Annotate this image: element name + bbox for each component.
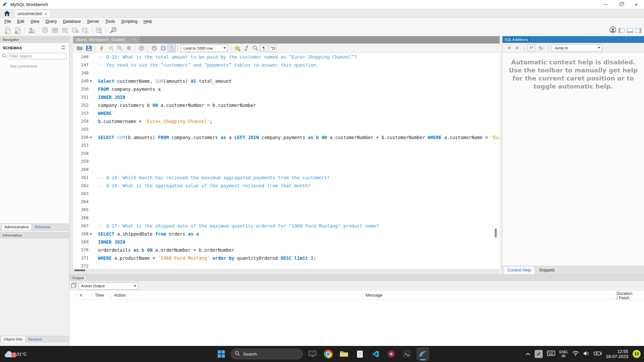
volume-icon[interactable] (583, 351, 589, 357)
tab-administration[interactable]: Administration (1, 224, 32, 230)
code-text: -- Q-15: What is the total amount to be … (93, 53, 357, 61)
notification-count-badge[interactable]: 10 (633, 350, 641, 358)
language-indicator[interactable]: ENG IN (559, 350, 568, 358)
beautify-icon[interactable] (242, 44, 251, 52)
line-number: 264 (73, 198, 89, 206)
editor-tab-close-icon[interactable]: × (134, 38, 136, 42)
code-text: -- Q-16: Which month has recieved the ma… (93, 174, 330, 182)
sql-additions-toolbar: I? I? Jump to (502, 43, 644, 53)
back-icon (505, 44, 513, 52)
refresh-schemas-icon[interactable] (61, 45, 66, 51)
code-line-262: 262-- Q-16: What is the aggregated value… (73, 182, 500, 190)
wrap-text-toggle-icon[interactable] (269, 45, 276, 52)
statement-marker-empty (89, 214, 93, 222)
tab-session[interactable]: Session (25, 336, 45, 343)
output-table-body[interactable] (69, 300, 644, 353)
code-line-267: 267-- Q-17: What is the shipped date of … (73, 222, 500, 230)
mysql-workbench-taskbar-icon[interactable] (417, 347, 429, 361)
horizontal-scrollbar[interactable] (74, 269, 85, 271)
menu-tools[interactable]: Tools (102, 18, 118, 24)
find-icon[interactable] (251, 44, 260, 52)
sql-code-area[interactable]: 246-- Q-15: What is the total amount to … (73, 53, 500, 269)
line-number: 270 (73, 246, 89, 254)
minimize-button[interactable] (598, 0, 613, 9)
open-sql-script-icon[interactable]: SQL (13, 26, 23, 35)
open-file-icon[interactable] (75, 44, 84, 52)
editor-tab-strip: Blank_Workbench_Graded_... × (73, 36, 500, 44)
save-icon[interactable] (84, 44, 93, 52)
show-invisibles-toggle-icon[interactable]: ¶ (260, 45, 267, 52)
chevron-down-icon (134, 285, 137, 287)
wifi-icon[interactable] (572, 351, 579, 357)
menu-help[interactable]: Help (141, 18, 155, 24)
tab-schemas[interactable]: Schemas (32, 224, 53, 230)
toggle-left-panel-icon[interactable] (619, 28, 625, 33)
clock[interactable]: 12:55 18-07-2023 (606, 349, 629, 359)
tab-snippets[interactable]: Snippets (535, 266, 559, 274)
limit-rows-dropdown[interactable]: Limit to 1000 row (181, 45, 228, 52)
output-type-dropdown[interactable]: Action Output (78, 282, 138, 290)
sql-additions-header: SQLAdditions (502, 36, 644, 43)
statement-marker-empty (89, 174, 93, 182)
vscode-icon[interactable] (369, 347, 382, 361)
stop-on-error-toggle-icon[interactable] (137, 44, 146, 52)
filter-objects-input[interactable] (8, 53, 66, 59)
restore-button[interactable] (613, 0, 629, 9)
touch-keyboard-icon[interactable] (547, 351, 555, 357)
execute-current-icon[interactable] (106, 44, 115, 52)
chrome-icon[interactable] (322, 347, 335, 361)
connect-database-icon[interactable] (108, 26, 118, 35)
menu-edit[interactable]: Edit (14, 18, 28, 24)
explain-icon[interactable] (115, 44, 124, 52)
account-icon[interactable] (609, 26, 616, 35)
close-button[interactable]: × (629, 0, 644, 9)
code-text: company.customers b ON a.customerNumber … (93, 101, 256, 109)
battery-icon[interactable] (594, 351, 602, 357)
pen-icon[interactable] (535, 350, 543, 358)
monitor-icon[interactable] (306, 347, 319, 361)
menu-view[interactable]: View (28, 18, 43, 24)
autocommit-toggle-icon[interactable] (168, 45, 176, 52)
code-text: -- Q-17: What is the shipped date of the… (93, 222, 379, 230)
menu-server[interactable]: Server (84, 18, 102, 24)
line-number: 262 (73, 182, 89, 190)
menu-database[interactable]: Database (60, 18, 84, 24)
toggle-right-panel-icon[interactable] (635, 28, 641, 33)
app-circle-icon[interactable] (385, 347, 398, 361)
statement-marker-empty (89, 238, 93, 246)
toggle-automatic-help-icon[interactable]: I? (536, 44, 545, 52)
notepad-icon[interactable] (354, 347, 366, 361)
editor-tab[interactable]: Blank_Workbench_Graded_... × (73, 36, 140, 44)
terminal-icon[interactable] (401, 347, 414, 361)
file-explorer-icon[interactable] (338, 347, 351, 361)
vertical-scrollbar[interactable] (495, 229, 497, 237)
home-tab[interactable] (0, 9, 14, 17)
manual-context-help-icon[interactable]: I? (528, 44, 535, 51)
taskbar-search[interactable]: Search (231, 349, 303, 359)
svg-text:SQL: SQL (16, 28, 20, 31)
menu-query[interactable]: Query (43, 18, 60, 24)
code-text: FROM company.payments a (93, 85, 161, 93)
new-sql-tab-icon[interactable]: SQL (3, 26, 13, 35)
jump-to-dropdown[interactable]: Jump to (552, 44, 602, 52)
tab-object-info[interactable]: Object Info (1, 336, 25, 343)
create-table-icon (50, 26, 60, 35)
weather-widget[interactable]: 1 31°C (4, 346, 26, 362)
toggle-bottom-panel-icon[interactable] (627, 28, 633, 33)
start-button[interactable] (215, 347, 228, 361)
code-line-247: 247-- You need to use the “customers” an… (73, 61, 500, 69)
execute-icon[interactable] (97, 44, 106, 52)
menu-file[interactable]: File (1, 18, 14, 24)
tab-unconnected[interactable]: unconnected × (14, 10, 51, 17)
save-snippet-icon[interactable] (233, 44, 242, 52)
line-number: 265 (73, 206, 89, 214)
code-line-257: 257 (73, 141, 500, 149)
tray-chevron-up-icon[interactable] (526, 351, 530, 357)
code-text: Select customerName, SUM(amounts) AS tot… (93, 77, 231, 85)
statement-marker-empty (89, 149, 93, 158)
tab-close-icon[interactable]: × (45, 11, 47, 16)
line-number: 246 (73, 53, 89, 61)
code-line-249: 249●Select customerName, SUM(amounts) AS… (73, 77, 500, 85)
tab-context-help[interactable]: Context Help (503, 266, 535, 274)
menu-scripting[interactable]: Scripting (118, 18, 141, 24)
